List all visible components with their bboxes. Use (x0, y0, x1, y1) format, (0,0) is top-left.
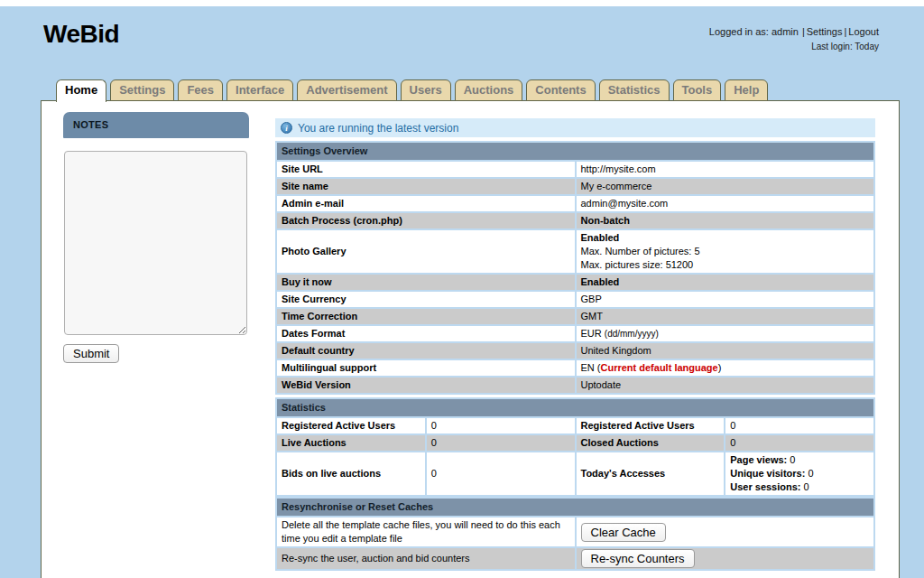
table-row: Admin e-mail admin@mysite.com (277, 196, 873, 211)
tab-users[interactable]: Users (401, 79, 451, 101)
setting-value: EN (Current default language) (577, 360, 874, 376)
setting-label: Admin e-mail (277, 196, 575, 211)
account-area: Logged in as: admin|Settings|Logout Last… (707, 26, 879, 51)
clear-cache-cell: Clear Cache (577, 517, 874, 546)
dates-format-value: EUR (581, 328, 602, 339)
setting-label: Batch Process (cron.php) (277, 213, 575, 228)
tab-home[interactable]: Home (56, 79, 106, 102)
table-header-row: Statistics (277, 399, 873, 416)
tab-auctions[interactable]: Auctions (455, 79, 523, 101)
resync-counters-cell: Re-sync Counters (577, 548, 874, 569)
clear-cache-button[interactable]: Clear Cache (581, 523, 666, 542)
stat-label: Bids on live auctions (277, 452, 425, 495)
separator: | (802, 26, 805, 37)
todays-accesses-values: Page views: 0 Unique visitors: 0 User se… (725, 452, 873, 495)
table-row: Time Correction GMT (277, 309, 873, 324)
stat-value: 0 (725, 435, 873, 451)
photo-gallery-status: Enabled (581, 231, 870, 245)
table-row: Buy it now Enabled (277, 275, 873, 290)
setting-label: Buy it now (277, 275, 575, 290)
setting-value: Enabled (577, 275, 874, 290)
current-default-language-alert: Current default language (601, 362, 718, 373)
table-row: Dates Format EUR (dd/mm/yyyy) (277, 326, 873, 341)
statistics-title: Statistics (277, 399, 873, 416)
resync-counters-button[interactable]: Re-sync Counters (581, 549, 695, 568)
stat-value: 0 (427, 435, 575, 451)
setting-label: Site Currency (277, 292, 575, 307)
table-row: Multilingual support EN (Current default… (277, 360, 873, 376)
tab-bar: Home Settings Fees Interface Advertiseme… (56, 79, 768, 102)
tab-help[interactable]: Help (725, 79, 768, 101)
user-sessions-value: 0 (804, 481, 809, 492)
unique-visitors-line: Unique visitors: 0 (730, 467, 869, 480)
stat-label: Registered Active Users (277, 418, 425, 434)
stat-label: Live Auctions (277, 435, 425, 451)
setting-value: My e-commerce (577, 179, 874, 194)
version-status-message: You are running the latest version (298, 122, 458, 135)
page-views-value: 0 (790, 454, 795, 465)
table-row: Site name My e-commerce (277, 179, 873, 194)
settings-overview-table: Settings Overview Site URL http://mysite… (275, 141, 875, 395)
clear-cache-description: Delete all the template cache files, you… (277, 517, 575, 546)
last-login-text: Last login: Today (707, 42, 879, 51)
notes-submit-button[interactable]: Submit (63, 344, 119, 363)
table-row: Default country United Kingdom (277, 343, 873, 359)
setting-value: GMT (577, 309, 874, 324)
setting-label: Dates Format (277, 326, 575, 341)
page-views-line: Page views: 0 (730, 453, 869, 467)
table-row: Site URL http://mysite.com (277, 162, 873, 177)
logout-link[interactable]: Logout (848, 26, 879, 37)
setting-value: EUR (dd/mm/yyyy) (577, 326, 874, 341)
table-row: Photo Gallery Enabled Max. Number of pic… (277, 230, 873, 273)
tab-advertisement[interactable]: Advertisement (297, 79, 396, 101)
settings-overview-title: Settings Overview (277, 143, 873, 160)
user-sessions-label: User sessions: (730, 481, 800, 492)
page-views-label: Page views: (730, 454, 787, 465)
setting-label: Site name (277, 179, 575, 194)
table-header-row: Settings Overview (277, 143, 873, 160)
setting-value: Uptodate (577, 378, 874, 393)
setting-label: Time Correction (277, 309, 575, 324)
table-row: Re-sync the user, auction and bid counte… (277, 548, 873, 569)
tab-settings[interactable]: Settings (110, 79, 174, 101)
tab-contents[interactable]: Contents (526, 79, 595, 101)
table-header-row: Resynchronise or Reset Caches (277, 499, 873, 516)
notes-panel-title: NOTES (63, 112, 249, 138)
tab-fees[interactable]: Fees (178, 79, 223, 101)
table-row: Bids on live auctions 0 Today's Accesses… (277, 452, 873, 495)
table-row: Registered Active Users 0 Registered Act… (277, 418, 873, 434)
notes-input[interactable] (64, 151, 247, 335)
tab-statistics[interactable]: Statistics (599, 79, 670, 101)
setting-label: Multilingual support (277, 360, 575, 376)
resync-counters-description: Re-sync the user, auction and bid counte… (277, 548, 575, 569)
setting-value: admin@mysite.com (577, 196, 874, 211)
setting-value: GBP (577, 292, 874, 307)
app-logo[interactable]: WeBid (43, 20, 119, 49)
table-row: Batch Process (cron.php) Non-batch (277, 213, 873, 228)
stat-value: 0 (725, 418, 873, 434)
table-row: Delete all the template cache files, you… (277, 517, 873, 546)
table-row: Site Currency GBP (277, 292, 873, 307)
info-icon: i (281, 122, 292, 134)
photo-gallery-max-pictures: Max. Number of pictures: 5 (581, 245, 870, 258)
tab-interface[interactable]: Interface (226, 79, 293, 101)
login-status-row: Logged in as: admin|Settings|Logout (707, 26, 879, 37)
version-status-banner: i You are running the latest version (275, 118, 875, 137)
caches-title: Resynchronise or Reset Caches (277, 499, 873, 516)
stat-label: Closed Auctions (577, 435, 725, 451)
table-row: Live Auctions 0 Closed Auctions 0 (277, 435, 873, 451)
tab-tools[interactable]: Tools (673, 79, 722, 101)
photo-gallery-max-size: Max. pictures size: 51200 (581, 258, 870, 272)
setting-value: United Kingdom (577, 343, 874, 359)
settings-link[interactable]: Settings (807, 26, 843, 37)
dates-format-note: (dd/mm/yyyy) (605, 329, 659, 339)
logged-in-as-text: Logged in as: admin (709, 26, 799, 37)
unique-visitors-label: Unique visitors: (730, 468, 805, 479)
language-suffix: ) (718, 362, 722, 373)
caches-table: Resynchronise or Reset Caches Delete all… (275, 497, 875, 571)
setting-value: Non-batch (577, 213, 874, 228)
table-row: WeBid Version Uptodate (277, 378, 873, 393)
unique-visitors-value: 0 (808, 468, 813, 479)
setting-value: http://mysite.com (577, 162, 874, 177)
setting-value: Enabled Max. Number of pictures: 5 Max. … (577, 230, 874, 273)
